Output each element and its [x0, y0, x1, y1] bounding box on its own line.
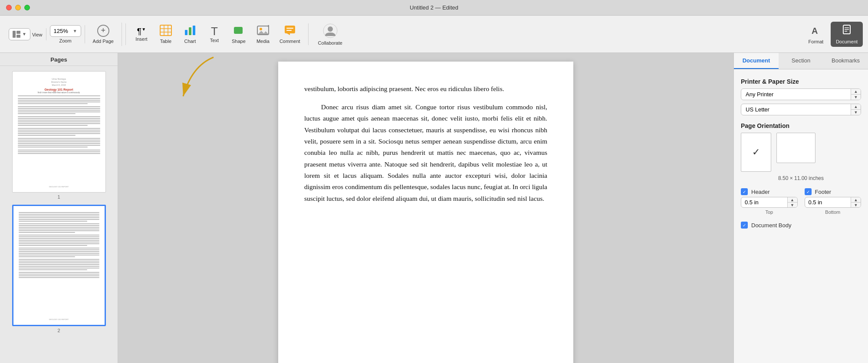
svg-rect-10 — [193, 26, 195, 35]
zoom-value: 125% — [54, 28, 68, 34]
collaborate-button[interactable]: Collaborate — [312, 20, 349, 48]
paper-stepper-up[interactable]: ▲ — [851, 104, 861, 110]
portrait-preview — [741, 133, 771, 172]
comment-label: Comment — [279, 39, 300, 44]
format-doc-group: A Format Document — [793, 22, 863, 47]
footer-group: Footer ▲ ▼ Bottom — [805, 188, 861, 215]
svg-rect-11 — [234, 27, 243, 34]
orientation-section: Page Orientation 8.50 × 11.00 inches — [741, 122, 861, 181]
svg-point-20 — [328, 26, 333, 32]
document-icon — [841, 24, 853, 38]
printer-stepper-down[interactable]: ▼ — [851, 95, 861, 100]
header-value-input[interactable] — [741, 197, 787, 207]
page1-footer: GEOLOGY 101 REPORT — [13, 186, 105, 188]
orientation-options — [741, 133, 861, 172]
header-stepper-up[interactable]: ▲ — [788, 197, 797, 203]
shape-label: Shape — [232, 39, 246, 44]
header-stepper: ▲ ▼ — [787, 197, 797, 207]
svg-marker-16 — [287, 33, 290, 35]
chart-label: Chart — [184, 39, 196, 44]
media-button[interactable]: ▼ Media — [251, 22, 275, 46]
svg-rect-2 — [16, 35, 20, 38]
toolbar: ▼ View 125% ▼ Zoom + Add Page ¶▼ Insert — [0, 16, 868, 53]
panel-content: Printer & Paper Size Any Printer ▲ ▼ — [734, 69, 868, 237]
header-footer-section: Header ▲ ▼ Top — [741, 188, 861, 215]
paper-select-row: US Letter ▲ ▼ — [741, 104, 861, 115]
zoom-label: Zoom — [59, 38, 72, 43]
add-page-button[interactable]: + Add Page — [89, 23, 118, 46]
window-controls — [6, 5, 30, 10]
media-icon: ▼ — [257, 25, 269, 38]
table-button[interactable]: Table — [154, 22, 178, 46]
sidebar: Pages Uma Noriega Director's Name March … — [0, 53, 118, 363]
view-button[interactable]: ▼ — [9, 28, 30, 40]
format-button[interactable]: A Format — [802, 22, 830, 47]
page-num-2: 2 — [5, 328, 112, 333]
chart-icon — [184, 25, 196, 38]
shape-button[interactable]: Shape — [227, 22, 251, 46]
printer-paper-title: Printer & Paper Size — [741, 78, 861, 85]
svg-text:A: A — [812, 26, 818, 36]
header-stepper-down[interactable]: ▼ — [788, 203, 797, 207]
tab-section[interactable]: Section — [779, 53, 823, 69]
paper-stepper: ▲ ▼ — [851, 104, 861, 115]
document-body-checkbox[interactable] — [741, 222, 748, 229]
table-label: Table — [160, 39, 171, 44]
svg-rect-1 — [16, 31, 20, 34]
page-thumb-inner-1: Uma Noriega Director's Name March 8, 201… — [12, 71, 106, 193]
document-page: vestibulum, lobortis adipiscing praesent… — [278, 62, 573, 363]
svg-point-13 — [260, 28, 262, 30]
printer-paper-section: Printer & Paper Size Any Printer ▲ ▼ — [741, 78, 861, 115]
toolbar-divider-2 — [308, 23, 309, 45]
page-size-label: 8.50 × 11.00 inches — [741, 175, 861, 181]
printer-stepper: ▲ ▼ — [851, 89, 861, 100]
page-thumbnail-2[interactable]: GEOLOGY 101 REPORT 2 — [5, 205, 112, 333]
footer-stepper-up[interactable]: ▲ — [851, 197, 861, 203]
page-thumbnail-1[interactable]: Uma Noriega Director's Name March 8, 201… — [5, 71, 112, 199]
minimize-button[interactable] — [15, 5, 21, 10]
header-sub-label: Top — [741, 209, 798, 215]
canvas-area[interactable]: vestibulum, lobortis adipiscing praesent… — [118, 53, 733, 363]
portrait-option[interactable] — [741, 133, 771, 172]
maximize-button[interactable] — [24, 5, 30, 10]
orientation-title: Page Orientation — [741, 122, 861, 129]
toolbar-group-view: ▼ View — [5, 28, 46, 40]
header-checkbox[interactable] — [741, 188, 748, 195]
doc-paragraph-2: Donec arcu risus diam amet sit. Congue t… — [304, 101, 547, 204]
doc-paragraph-1: vestibulum, lobortis adipiscing praesent… — [304, 83, 547, 95]
media-label: Media — [256, 39, 270, 44]
insert-button[interactable]: ¶▼ Insert — [129, 24, 154, 44]
footer-value-input[interactable] — [805, 197, 851, 207]
text-button[interactable]: T Text — [202, 23, 227, 46]
comment-icon — [284, 25, 296, 38]
paper-stepper-down[interactable]: ▼ — [851, 110, 861, 115]
header-checkbox-row: Header — [741, 188, 798, 195]
footer-label: Footer — [815, 189, 832, 195]
chart-button[interactable]: Chart — [178, 22, 202, 46]
tab-document[interactable]: Document — [734, 53, 779, 69]
paper-select[interactable]: US Letter — [741, 104, 851, 115]
footer-stepper-down[interactable]: ▼ — [851, 203, 861, 207]
document-tab-button[interactable]: Document — [831, 22, 863, 47]
toolbar-group-zoom: 125% ▼ Zoom — [46, 25, 85, 43]
view-label: View — [32, 32, 43, 37]
sidebar-header: Pages — [0, 53, 118, 66]
footer-checkbox-row: Footer — [805, 188, 861, 195]
comment-button[interactable]: Comment — [275, 22, 305, 46]
window-title: Untitled 2 — Edited — [410, 4, 458, 11]
close-button[interactable] — [6, 5, 12, 10]
printer-stepper-up[interactable]: ▲ — [851, 89, 861, 95]
footer-stepper: ▲ ▼ — [851, 197, 861, 207]
add-page-label: Add Page — [93, 39, 114, 44]
landscape-option[interactable] — [776, 133, 815, 172]
footer-checkbox[interactable] — [805, 188, 812, 195]
collaborate-icon — [322, 23, 338, 39]
zoom-button[interactable]: 125% ▼ — [50, 25, 81, 37]
right-panel: Document Section Bookmarks Printer & Pap… — [733, 53, 868, 363]
shape-icon — [233, 25, 245, 38]
printer-select[interactable]: Any Printer — [741, 89, 851, 100]
tab-bookmarks[interactable]: Bookmarks — [823, 53, 868, 69]
document-content: vestibulum, lobortis adipiscing praesent… — [304, 83, 547, 204]
title-bar: Untitled 2 — Edited — [0, 0, 868, 16]
document-body-label: Document Body — [751, 222, 792, 229]
